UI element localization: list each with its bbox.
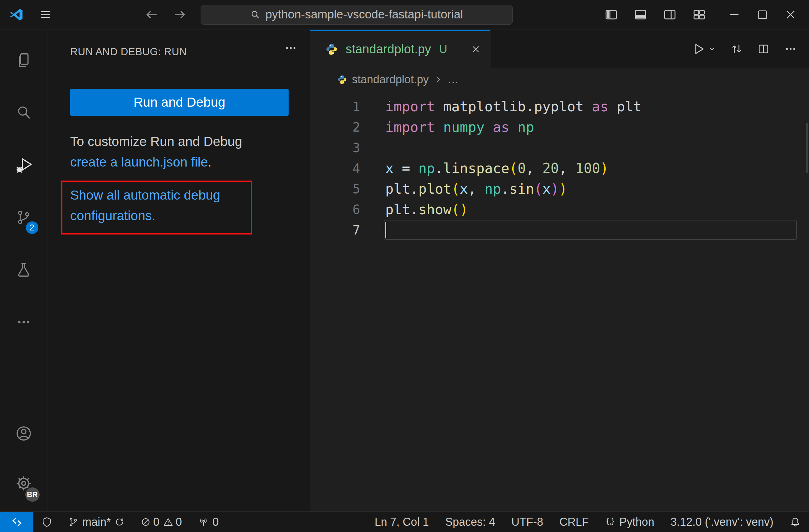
forward-button[interactable] bbox=[173, 7, 187, 22]
language-name: Python bbox=[619, 515, 654, 529]
search-icon bbox=[16, 105, 32, 121]
notifications-button[interactable] bbox=[781, 512, 809, 532]
launch-suffix: . bbox=[208, 155, 211, 169]
close-tab-button[interactable] bbox=[471, 44, 481, 54]
title-bar: python-sample-vscode-fastapi-tutorial bbox=[0, 0, 809, 29]
cursor-position-status[interactable]: Ln 7, Col 1 bbox=[366, 512, 437, 532]
debug-icon bbox=[15, 157, 32, 173]
python-file-icon bbox=[326, 43, 338, 55]
editor-toolbar bbox=[692, 30, 809, 68]
problems-status[interactable]: 0 0 bbox=[133, 512, 190, 532]
code-editor[interactable]: 1import matplotlib.pyplot as plt2import … bbox=[310, 91, 809, 511]
git-branch-status[interactable]: main* bbox=[60, 512, 133, 532]
vscode-window: python-sample-vscode-fastapi-tutorial bbox=[0, 0, 809, 29]
maximize-button[interactable] bbox=[748, 0, 777, 29]
python-file-icon bbox=[338, 75, 347, 84]
source-control-badge: 2 bbox=[25, 220, 39, 235]
branch-icon bbox=[68, 517, 78, 527]
current-line-highlight bbox=[384, 220, 797, 240]
status-bar-right: Ln 7, Col 1 Spaces: 4 UTF-8 CRLF Python … bbox=[366, 512, 809, 532]
eol: CRLF bbox=[560, 515, 589, 529]
run-and-debug-button[interactable]: Run and Debug bbox=[70, 89, 289, 116]
ports-status[interactable]: 0 bbox=[190, 512, 227, 532]
show-automatic-debug-configurations-link[interactable]: Show all automatic debug configurations. bbox=[70, 188, 220, 223]
sidebar-item-run-and-debug[interactable] bbox=[0, 139, 48, 191]
annotation-red-box: Show all automatic debug configurations. bbox=[61, 180, 252, 234]
toggle-primary-sidebar-button[interactable] bbox=[604, 8, 618, 21]
chevron-right-icon bbox=[434, 75, 443, 84]
git-status-untracked: U bbox=[439, 43, 447, 56]
tab-standardplot-py[interactable]: standardplot.py U bbox=[310, 30, 490, 69]
encoding-status[interactable]: UTF-8 bbox=[503, 512, 551, 532]
profile-badge: BR bbox=[24, 486, 40, 503]
error-icon bbox=[141, 517, 151, 527]
more-views-button[interactable] bbox=[0, 296, 48, 348]
interpreter-version: 3.12.0 ('.venv': venv) bbox=[670, 515, 773, 529]
breadcrumb-file[interactable]: standardplot.py bbox=[352, 73, 429, 86]
braces-icon bbox=[605, 517, 616, 527]
command-center-search[interactable]: python-sample-vscode-fastapi-tutorial bbox=[201, 5, 513, 25]
customize-layout-button[interactable] bbox=[692, 8, 706, 21]
layout-controls bbox=[604, 8, 706, 21]
breadcrumb: standardplot.py … bbox=[310, 68, 809, 91]
warning-icon bbox=[163, 517, 173, 527]
python-interpreter-status[interactable]: 3.12.0 ('.venv': venv) bbox=[662, 512, 781, 532]
indentation: Spaces: 4 bbox=[445, 515, 495, 529]
title-bar-center: python-sample-vscode-fastapi-tutorial bbox=[52, 5, 604, 25]
remote-indicator[interactable] bbox=[0, 512, 33, 532]
toggle-panel-button[interactable] bbox=[634, 8, 648, 21]
beaker-icon bbox=[16, 262, 32, 278]
accounts-button[interactable] bbox=[0, 408, 48, 458]
account-icon bbox=[15, 425, 32, 442]
customize-hint-text: To customize Run and Debug create a laun… bbox=[70, 131, 242, 173]
minimize-button[interactable] bbox=[720, 0, 748, 29]
scrollbar-decoration[interactable] bbox=[806, 123, 808, 173]
code-lines: 1import matplotlib.pyplot as plt2import … bbox=[310, 96, 809, 241]
sidebar-item-search[interactable] bbox=[0, 86, 48, 139]
workspace-trust-button[interactable] bbox=[33, 512, 60, 532]
close-window-button[interactable] bbox=[777, 0, 805, 29]
activity-bar: 2 bbox=[0, 30, 48, 511]
branch-name: main* bbox=[82, 515, 111, 529]
sync-icon bbox=[115, 517, 124, 527]
sidebar-item-testing[interactable] bbox=[0, 244, 48, 296]
sidebar-item-source-control[interactable]: 2 bbox=[0, 191, 48, 244]
run-and-debug-sidebar: RUN AND DEBUG: RUN Run and Debug To cust… bbox=[48, 30, 310, 511]
files-icon bbox=[16, 52, 32, 68]
create-launch-json-link[interactable]: create a launch.json file bbox=[70, 155, 208, 169]
cursor-position: Ln 7, Col 1 bbox=[375, 515, 429, 529]
back-button[interactable] bbox=[144, 7, 159, 22]
editor-cursor bbox=[385, 222, 386, 238]
editor-more-actions-button[interactable] bbox=[784, 42, 797, 55]
search-text: python-sample-vscode-fastapi-tutorial bbox=[265, 8, 463, 21]
bell-icon bbox=[790, 516, 801, 528]
tab-label: standardplot.py bbox=[346, 42, 431, 56]
run-options-chevron-button[interactable] bbox=[708, 45, 716, 53]
warning-count: 0 bbox=[176, 515, 182, 529]
eol-status[interactable]: CRLF bbox=[551, 512, 597, 532]
ports-count: 0 bbox=[212, 515, 219, 529]
toggle-secondary-sidebar-button[interactable] bbox=[663, 8, 677, 21]
ellipsis-icon bbox=[16, 314, 32, 330]
activity-bar-bottom: BR bbox=[0, 408, 48, 511]
settings-button[interactable]: BR bbox=[0, 458, 48, 508]
customize-text: To customize Run and Debug bbox=[70, 134, 242, 149]
vscode-logo-icon bbox=[10, 7, 24, 22]
sidebar-more-actions-button[interactable] bbox=[284, 41, 297, 55]
main-area: 2 bbox=[0, 30, 809, 511]
radio-tower-icon bbox=[198, 517, 209, 527]
open-changes-button[interactable] bbox=[730, 43, 743, 55]
editor-group: standardplot.py U bbox=[310, 30, 809, 511]
shield-icon bbox=[41, 517, 52, 527]
title-bar-left bbox=[0, 7, 52, 22]
sidebar-item-explorer[interactable] bbox=[0, 34, 48, 86]
run-python-file-button[interactable] bbox=[692, 42, 705, 55]
title-bar-right bbox=[604, 0, 809, 29]
breadcrumb-more[interactable]: … bbox=[447, 73, 459, 86]
split-editor-button[interactable] bbox=[757, 43, 770, 55]
indentation-status[interactable]: Spaces: 4 bbox=[437, 512, 503, 532]
sidebar-title: RUN AND DEBUG: RUN bbox=[70, 46, 187, 58]
menu-button[interactable] bbox=[39, 8, 52, 21]
status-bar: main* 0 0 0 bbox=[0, 511, 809, 532]
language-mode-status[interactable]: Python bbox=[597, 512, 662, 532]
